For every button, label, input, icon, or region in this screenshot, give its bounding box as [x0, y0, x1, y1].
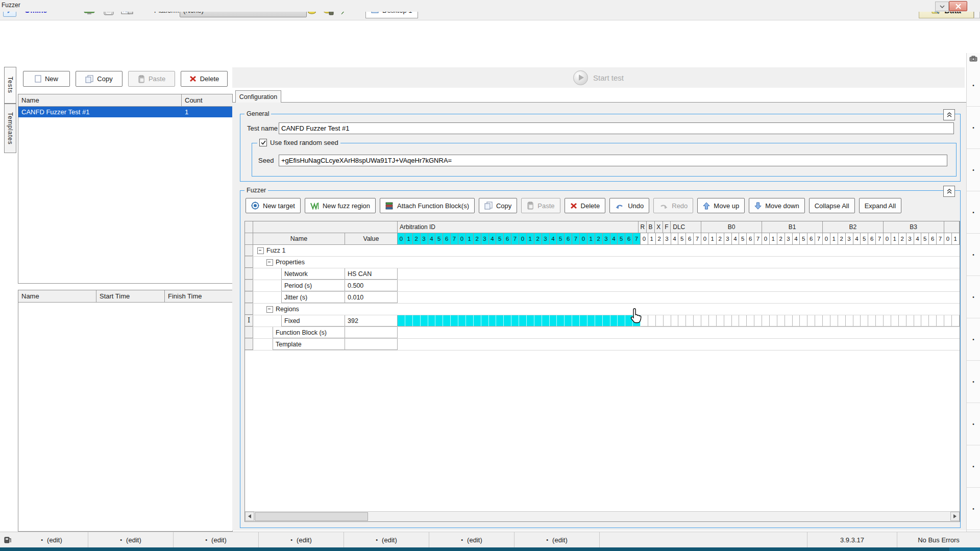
fuzz-bit-cell[interactable] — [717, 315, 724, 327]
bit-header-cell[interactable]: 4 — [489, 233, 497, 245]
dock-strip-slot[interactable]: • — [967, 107, 980, 149]
scroll-left-icon[interactable] — [245, 512, 254, 521]
seed-input[interactable] — [279, 155, 947, 166]
fuzz-bit-cell-selected[interactable] — [466, 315, 474, 327]
fuzz-bit-cell[interactable] — [876, 315, 884, 327]
panel-close-icon[interactable] — [949, 1, 967, 11]
prop-name-template[interactable]: Template — [273, 339, 345, 350]
fuzz-bit-cell[interactable] — [952, 315, 960, 327]
name-column-header[interactable]: Name — [253, 233, 345, 245]
copy-button[interactable]: Copy — [479, 198, 517, 213]
collapse-general-icon[interactable] — [943, 109, 955, 120]
bit-header-cell[interactable]: 0 — [519, 233, 527, 245]
bit-header-cell[interactable]: 2 — [595, 233, 603, 245]
bit-group-header-trailing[interactable] — [944, 221, 960, 233]
tree-row-function-block-s[interactable]: Function Block (s) — [245, 327, 960, 339]
collapse-icon[interactable] — [257, 247, 264, 254]
bit-header-cell[interactable]: 3 — [603, 233, 610, 245]
delete-button[interactable]: Delete — [181, 71, 228, 87]
bit-header-cell[interactable]: 6 — [807, 233, 815, 245]
camera-icon[interactable] — [967, 53, 980, 64]
fuzz-bit-cell-selected[interactable] — [595, 315, 603, 327]
horizontal-scrollbar[interactable] — [245, 511, 960, 521]
status-edit-cell[interactable]: •(edit) — [344, 532, 429, 547]
bit-header-cell[interactable]: 2 — [838, 233, 846, 245]
fuzz-bit-cell[interactable] — [884, 315, 891, 327]
fuzz-bit-cell[interactable] — [891, 315, 899, 327]
value-column-header[interactable]: Value — [345, 233, 398, 245]
fuzz-bit-cell[interactable] — [694, 315, 701, 327]
bit-group-header-dlc[interactable]: DLC — [671, 221, 701, 233]
fuzz-bit-cell-selected[interactable] — [550, 315, 557, 327]
prop-value-fixed[interactable]: 392 — [345, 315, 398, 327]
new-target-button[interactable]: New target — [246, 198, 301, 213]
prop-name-fixed[interactable]: Fixed — [281, 315, 345, 327]
fuzz-bit-cell[interactable] — [686, 315, 694, 327]
bit-group-header-b2[interactable]: B2 — [823, 221, 884, 233]
new-button[interactable]: New — [23, 71, 70, 87]
fuzz-bit-cell-selected[interactable] — [587, 315, 595, 327]
tab-configuration[interactable]: Configuration — [235, 90, 281, 103]
dock-strip-slot[interactable]: • — [967, 191, 980, 234]
dock-strip-slot[interactable]: • — [967, 403, 980, 445]
bit-header-cell[interactable]: 7 — [694, 233, 701, 245]
tree-row-fuzz-1[interactable]: Fuzz 1 — [245, 245, 960, 257]
bit-header-cell[interactable]: 0 — [641, 233, 648, 245]
bit-header-cell[interactable]: 1 — [527, 233, 534, 245]
bit-header-cell[interactable]: 1 — [891, 233, 899, 245]
fuzz-bit-cell[interactable] — [747, 315, 754, 327]
bit-header-cell[interactable]: 6 — [565, 233, 572, 245]
bit-header-cell[interactable]: 2 — [717, 233, 724, 245]
tree-row-period-s[interactable]: Period (s)0.500 — [245, 280, 960, 292]
bit-header-cell[interactable]: 1 — [830, 233, 838, 245]
fuzz-bit-cell[interactable] — [929, 315, 937, 327]
tree-row-properties[interactable]: Properties — [245, 257, 960, 268]
table-row[interactable]: CANFD Fuzzer Test #11 — [18, 107, 232, 117]
fuzz-bit-cell-selected[interactable] — [413, 315, 421, 327]
fuzz-bit-cell-selected[interactable] — [572, 315, 580, 327]
fuzz-bit-cell[interactable] — [671, 315, 679, 327]
fuzz-bit-cell[interactable] — [648, 315, 656, 327]
fuzz-bit-cell[interactable] — [793, 315, 800, 327]
bit-header-cell[interactable]: 2 — [534, 233, 542, 245]
bit-header-cell[interactable]: 5 — [739, 233, 747, 245]
fuzz-bit-cell[interactable] — [807, 315, 815, 327]
fuzz-bit-cell[interactable] — [937, 315, 944, 327]
bit-header-cell[interactable]: 7 — [633, 233, 641, 245]
bit-group-header-r[interactable]: R — [639, 221, 647, 233]
bit-header-cell[interactable]: 3 — [481, 233, 489, 245]
fuzz-bit-cell-selected[interactable] — [496, 315, 504, 327]
fuzz-bit-cell[interactable] — [899, 315, 906, 327]
test-name-input[interactable] — [279, 122, 954, 134]
bit-header-cell[interactable]: 2 — [474, 233, 481, 245]
status-edit-cell[interactable]: •(edit) — [429, 532, 514, 547]
dock-strip-slot[interactable]: • — [967, 234, 980, 276]
bit-header-cell[interactable]: 5 — [800, 233, 807, 245]
status-edit-cell[interactable]: •(edit) — [174, 532, 259, 547]
fuzz-bit-cell[interactable] — [815, 315, 823, 327]
bit-header-cell[interactable]: 3 — [724, 233, 732, 245]
fuzz-bit-cell[interactable] — [656, 315, 664, 327]
bit-header-cell[interactable]: 3 — [906, 233, 914, 245]
attach-function-block-s-button[interactable]: Attach Function Block(s) — [380, 198, 475, 213]
bit-header-cell[interactable]: 7 — [876, 233, 884, 245]
redo-button[interactable]: Redo — [653, 198, 693, 213]
fuzz-bit-cell-selected[interactable] — [435, 315, 443, 327]
fuzz-bit-cell[interactable] — [785, 315, 793, 327]
bit-header-cell[interactable]: 0 — [762, 233, 770, 245]
fuzz-bit-cell[interactable] — [762, 315, 770, 327]
bit-header-cell[interactable]: 0 — [701, 233, 709, 245]
bit-header-cell[interactable]: 4 — [853, 233, 861, 245]
dock-strip-slot[interactable]: • — [967, 149, 980, 191]
dock-strip-slot[interactable]: • — [967, 445, 980, 488]
tab-templates[interactable]: Templates — [4, 104, 16, 153]
bit-header-cell[interactable]: 7 — [511, 233, 519, 245]
fuzz-bit-cell[interactable] — [709, 315, 717, 327]
bit-header-cell[interactable]: 2 — [413, 233, 421, 245]
tests-col-count[interactable]: Count — [182, 94, 232, 107]
prop-name-function-block-s[interactable]: Function Block (s) — [273, 327, 345, 338]
move-up-button[interactable]: Move up — [697, 198, 745, 213]
fuzz-bit-cell[interactable] — [906, 315, 914, 327]
bit-group-header-f[interactable]: F — [663, 221, 671, 233]
bit-header-cell[interactable]: 7 — [937, 233, 944, 245]
